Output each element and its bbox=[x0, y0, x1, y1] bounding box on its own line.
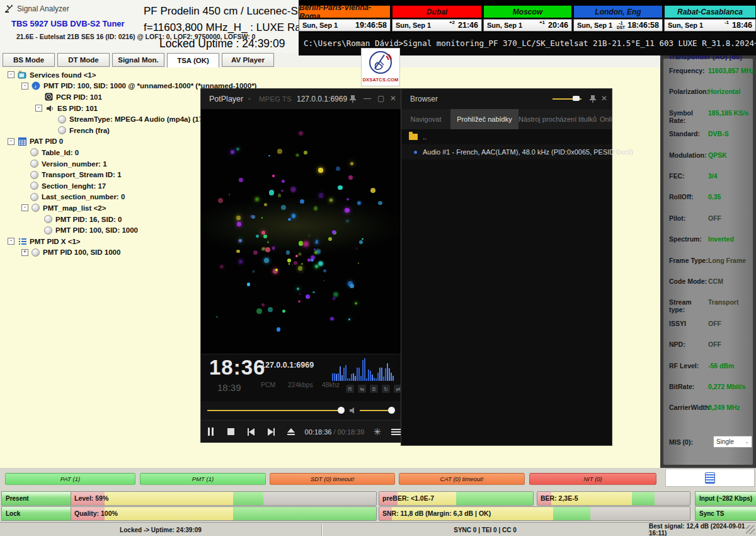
maximize-icon[interactable]: ▢ bbox=[377, 94, 384, 103]
tree-expander[interactable]: - bbox=[21, 83, 28, 90]
volume-thumb[interactable] bbox=[388, 407, 395, 414]
resize-grip[interactable] bbox=[746, 525, 755, 534]
tab-tsa-ok-[interactable]: TSA (OK) bbox=[167, 53, 219, 68]
chevron-down-icon: ⌄ bbox=[745, 439, 749, 445]
audio-samplerate: 48khz bbox=[322, 381, 340, 388]
audio-track-row[interactable]: Audio #1 - French, AAC(LATM), 48.0 kHz (… bbox=[401, 144, 612, 160]
tab-signal-mon-[interactable]: Signal Mon. bbox=[112, 53, 164, 67]
bokeh-dot bbox=[328, 237, 332, 241]
audio-bitrate: 224kbps bbox=[288, 381, 313, 388]
stop-button[interactable] bbox=[221, 421, 241, 443]
tree-label: PMT PID 100, SID 1000 bbox=[43, 248, 120, 256]
spectrum-bar bbox=[364, 358, 365, 381]
browser-volume-thumb[interactable] bbox=[573, 96, 580, 101]
spectrum-bar bbox=[374, 378, 375, 381]
transponder-value: Horizontal bbox=[708, 88, 740, 95]
folder-up-row[interactable]: .. bbox=[401, 129, 612, 144]
close-icon[interactable]: ✕ bbox=[390, 94, 396, 103]
tree-label: PMT PID: 16, SID: 0 bbox=[55, 216, 122, 223]
browser-tab-2[interactable]: Prohlížeč nabídky bbox=[450, 109, 518, 129]
bokeh-dot bbox=[267, 241, 270, 243]
transponder-label: RollOff: bbox=[669, 193, 708, 201]
tree-expander[interactable]: - bbox=[21, 204, 28, 211]
close-icon[interactable]: ✕ bbox=[601, 94, 607, 103]
tab-av-player[interactable]: AV Player bbox=[222, 53, 274, 67]
transponder-label: Stream type: bbox=[669, 298, 708, 313]
pin-icon[interactable] bbox=[589, 95, 597, 103]
browser-tab-1[interactable]: Navigovat bbox=[401, 109, 450, 129]
world-clock-widget: Berlin-Paris-Vienna-RomaSun, Sep 119:46:… bbox=[299, 0, 756, 33]
tab-bs-mode[interactable]: BS Mode bbox=[3, 53, 55, 67]
pin-icon[interactable] bbox=[349, 95, 357, 103]
bokeh-dot bbox=[355, 302, 357, 305]
tree-expander[interactable]: - bbox=[8, 138, 14, 145]
ber-meter: BER: 2,3E-5 bbox=[537, 491, 690, 506]
tree-label: Table_Id: 0 bbox=[42, 149, 79, 156]
transponder-value: 185,185 KS/s bbox=[708, 109, 748, 124]
bokeh-dot bbox=[323, 280, 325, 282]
browser-tab-4[interactable]: Online S bbox=[597, 109, 612, 129]
statusbar: Locked -> Uptime: 24:39:09 SYNC 0 | TEI … bbox=[0, 522, 756, 536]
toggle-button-2[interactable]: ⇆ bbox=[358, 385, 366, 393]
bullet-icon bbox=[30, 182, 38, 190]
tree-expander[interactable]: - bbox=[8, 238, 14, 245]
meter-segment bbox=[233, 492, 263, 505]
bullet-icon bbox=[44, 215, 52, 223]
bokeh-dot bbox=[296, 154, 298, 156]
clock-row: Sun, Sep 1-118:46 bbox=[664, 19, 756, 32]
bokeh-dot bbox=[253, 250, 258, 255]
transponder-row: Code Mode:CCM bbox=[669, 277, 752, 285]
toggle-button-1[interactable]: R bbox=[346, 385, 354, 393]
transponder-label: FEC: bbox=[669, 172, 708, 180]
chevron-down-icon[interactable]: ⌄ bbox=[247, 95, 252, 101]
browser-tab-3[interactable]: Nástroj procházení titulků bbox=[518, 109, 597, 129]
seek-thumb[interactable] bbox=[338, 407, 345, 414]
bullet-icon bbox=[30, 171, 38, 179]
tree-expander[interactable]: - bbox=[8, 71, 14, 78]
volume-bar[interactable] bbox=[360, 410, 391, 411]
potplayer-titlebar[interactable]: PotPlayer ⌄ MPEG TS 127.0.0.1:6969 — ▢ ✕ bbox=[201, 89, 401, 109]
toggle-button-4[interactable]: ↻ bbox=[382, 385, 390, 393]
eject-button[interactable] bbox=[281, 421, 301, 443]
bokeh-dot bbox=[295, 255, 298, 257]
browser-titlebar[interactable]: Browser ✕ bbox=[401, 89, 612, 109]
pause-button[interactable] bbox=[201, 421, 221, 443]
bokeh-dot bbox=[304, 151, 307, 154]
dxsatcs-logo: DXSATCS.COM bbox=[361, 48, 400, 86]
clock-offset: -1DST bbox=[617, 21, 625, 30]
transponder-label: BitRate: bbox=[669, 383, 708, 390]
next-button[interactable] bbox=[261, 421, 281, 443]
mis-value: Single bbox=[716, 438, 734, 445]
spectrum-bar bbox=[387, 363, 388, 381]
mis-select[interactable]: Single ⌄ bbox=[713, 436, 752, 448]
bokeh-dot bbox=[218, 198, 223, 203]
playback-toggle-buttons: R⇆B↻⇄ bbox=[346, 385, 402, 393]
speaker-icon bbox=[45, 104, 54, 113]
bokeh-dot bbox=[297, 288, 299, 290]
time-display: 00:18:36 / 00:18:39 bbox=[305, 428, 365, 436]
settings-gear-icon[interactable]: ✳ bbox=[373, 426, 381, 438]
folder-icon bbox=[409, 134, 418, 140]
meter-segment bbox=[632, 492, 655, 505]
bullet-icon bbox=[30, 148, 38, 156]
tree-expander[interactable]: - bbox=[35, 105, 42, 112]
clock-secondary: 18:39 bbox=[217, 382, 241, 393]
menu-icon[interactable] bbox=[391, 429, 401, 435]
transponder-row: BitRate:0,272 Mbit/s bbox=[669, 383, 752, 390]
transponder-list-box[interactable] bbox=[665, 469, 755, 487]
minimize-icon[interactable]: — bbox=[364, 94, 371, 103]
tree-expander[interactable]: + bbox=[21, 249, 28, 256]
transponder-row: Polarization:Horizontal bbox=[669, 88, 752, 95]
bokeh-dot bbox=[370, 188, 375, 193]
transponder-value: 11603,857 MHz bbox=[708, 67, 755, 74]
indicator-nit: NIT (0) bbox=[529, 473, 656, 485]
toggle-button-3[interactable]: B bbox=[370, 385, 378, 393]
bokeh-dot bbox=[292, 214, 296, 218]
video-visualization[interactable] bbox=[201, 109, 401, 354]
previous-button[interactable] bbox=[241, 421, 261, 443]
seek-bar[interactable] bbox=[207, 410, 341, 411]
tab-dt-mode[interactable]: DT Mode bbox=[57, 53, 110, 67]
bullet-icon bbox=[44, 226, 52, 235]
tree-item[interactable]: -Services found <1> bbox=[0, 69, 403, 81]
volume-icon[interactable] bbox=[349, 407, 357, 414]
